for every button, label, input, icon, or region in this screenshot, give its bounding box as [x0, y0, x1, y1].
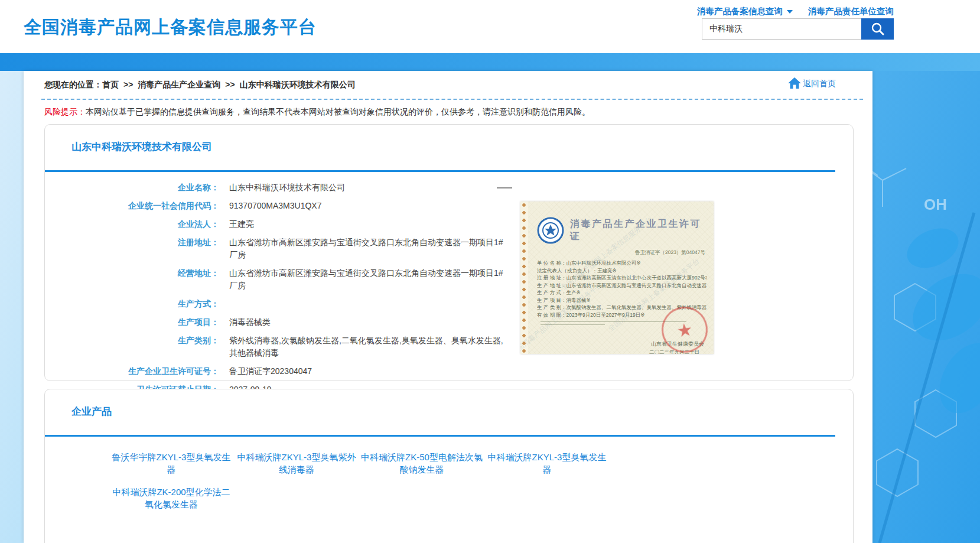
breadcrumb: 您现在的位置：首页>>消毒产品生产企业查询>>山东中科瑞沃环境技术有限公司 — [44, 80, 748, 90]
field-value: 山东中科瑞沃环境技术有限公司 — [229, 181, 504, 194]
field-value: 鲁卫消证字202304047 — [229, 365, 504, 378]
certificate-line: 生 产 方 式：生产※ — [537, 289, 706, 297]
field-row: 企业法人：王建亮 — [45, 218, 523, 230]
field-value — [229, 298, 504, 310]
field-value: 山东省潍坊市高新区潍安路与宝通街交叉路口东北角自动变速器一期项目1#厂房 — [229, 236, 504, 261]
field-label: 企业名称： — [45, 181, 219, 194]
field-label: 经营地址： — [45, 267, 219, 292]
field-row: 经营地址：山东省潍坊市高新区潍安路与宝通街交叉路口东北角自动变速器一期项目1#厂… — [45, 267, 523, 292]
company-fields: 企业名称：山东中科瑞沃环境技术有限公司 企业统一社会信用代码：91370700M… — [45, 181, 523, 402]
field-label: 生产企业卫生许可证号： — [45, 365, 219, 378]
top-blue-band — [0, 53, 980, 71]
risk-notice-label: 风险提示： — [44, 107, 86, 116]
search-button[interactable] — [861, 18, 894, 40]
certificate-license-number: 鲁卫消证字（2023）第04047号 — [537, 249, 705, 256]
certificate-line: 生 产 地 址：山东省潍坊市高新区潍安路与宝通街交叉路口东北角自动变速器一期项目… — [537, 282, 706, 290]
field-label: 生产方式： — [45, 298, 219, 310]
field-value: 91370700MA3M3U1QX7 — [229, 200, 504, 212]
dashed-divider — [41, 99, 863, 100]
field-value: 紫外线消毒器,次氯酸钠发生器,二氧化氯发生器,臭氧发生器、臭氧水发生器,其他器械… — [229, 334, 504, 359]
product-link[interactable]: 中科瑞沃牌ZK-200型化学法二氧化氯发生器 — [109, 486, 234, 511]
breadcrumb-current: 山东中科瑞沃环境技术有限公司 — [240, 80, 356, 89]
certificate-line: 生 产 项 目：消毒器械※ — [537, 297, 706, 304]
home-icon — [787, 77, 802, 89]
top-nav: 消毒产品备案信息查询 消毒产品责任单位查询 — [697, 6, 894, 17]
nav-record-info-query[interactable]: 消毒产品备案信息查询 — [697, 6, 793, 17]
search-bar — [702, 18, 894, 40]
field-row: 生产类别：紫外线消毒器,次氯酸钠发生器,二氧化氯发生器,臭氧发生器、臭氧水发生器… — [45, 334, 523, 359]
product-link[interactable]: 中科瑞沃牌ZKYL-3型臭氧发生器 — [484, 451, 610, 476]
risk-notice: 风险提示：本网站仅基于已掌握的信息提供查询服务，查询结果不代表本网站对被查询对象… — [44, 107, 849, 118]
company-title: 山东中科瑞沃环境技术有限公司 — [71, 140, 212, 154]
field-value: 山东省潍坊市高新区潍安路与宝通街交叉路口东北角自动变速器一期项目1#厂房 — [229, 267, 504, 292]
breadcrumb-home[interactable]: 首页 — [102, 80, 119, 89]
product-link[interactable]: 鲁沃华宇牌ZKYL-3型臭氧发生器 — [109, 451, 234, 476]
image-corner-mark — [497, 187, 512, 188]
risk-notice-text: 本网站仅基于已掌握的信息提供查询服务，查询结果不代表本网站对被查询对象信用状况的… — [86, 107, 590, 116]
field-row: 企业统一社会信用代码：91370700MA3M3U1QX7 — [45, 200, 523, 212]
site-title: 全国消毒产品网上备案信息服务平台 — [24, 15, 317, 40]
site-header: 全国消毒产品网上备案信息服务平台 消毒产品备案信息查询 消毒产品责任单位查询 — [0, 0, 980, 53]
content-card: 您现在的位置：首页>>消毒产品生产企业查询>>山东中科瑞沃环境技术有限公司 返回… — [24, 71, 872, 543]
nav-responsible-unit-query[interactable]: 消毒产品责任单位查询 — [808, 6, 894, 17]
certificate-emblem-icon — [537, 217, 564, 244]
field-row: 企业名称：山东中科瑞沃环境技术有限公司 — [45, 181, 523, 194]
field-label: 企业统一社会信用代码： — [45, 200, 219, 212]
field-row: 生产项目：消毒器械类 — [45, 316, 523, 329]
field-label: 企业法人： — [45, 218, 219, 230]
hygiene-license-certificate-image: 全国消毒产品网上备案信息服务平台 全国消毒产品网上备案信息服务平台 全国消毒产品… — [520, 201, 714, 354]
panel-title-rule — [45, 435, 835, 437]
company-info-panel: 山东中科瑞沃环境技术有限公司 企业名称：山东中科瑞沃环境技术有限公司 企业统一社… — [44, 124, 854, 381]
seal-star-icon: ★ — [675, 318, 694, 341]
nav-record-info-query-label: 消毒产品备案信息查询 — [697, 6, 783, 17]
panel-title-rule — [45, 170, 835, 172]
certificate-line: 法定代表人（或负责人）：王建亮※ — [537, 267, 706, 275]
certificate-title: 消毒产品生产企业卫生许可证 — [570, 218, 706, 243]
field-label: 注册地址： — [45, 236, 219, 261]
page: O OH 全国消毒产品网上备案信息服务平台 消毒产品备案信息查询 消毒产品责任单… — [0, 0, 980, 543]
nav-responsible-unit-query-label: 消毒产品责任单位查询 — [808, 6, 894, 17]
certificate-line: 单 位 名 称：山东中科瑞沃环境技术有限公司※ — [537, 259, 706, 267]
field-label: 生产项目： — [45, 316, 219, 329]
breadcrumb-separator: >> — [225, 80, 235, 89]
field-label: 生产类别： — [45, 334, 219, 359]
field-value: 王建亮 — [229, 218, 504, 230]
field-row: 生产方式： — [45, 298, 523, 310]
search-icon — [870, 21, 885, 37]
breadcrumb-enterprise-query[interactable]: 消毒产品生产企业查询 — [138, 80, 220, 89]
breadcrumb-separator: >> — [123, 80, 133, 89]
certificate-line: 注 册 地 址：山东省潍坊高新区玉清东街以北中心次干道以西高新大厦902号科苑※ — [537, 274, 706, 282]
product-link[interactable]: 中科瑞沃牌ZK-50型电解法次氯酸钠发生器 — [359, 451, 484, 476]
breadcrumb-prefix: 您现在的位置： — [44, 80, 102, 89]
products-title: 企业产品 — [71, 405, 112, 418]
product-link[interactable]: 中科瑞沃牌ZKYL-3型臭氧紫外线消毒器 — [234, 451, 359, 476]
field-value: 消毒器械类 — [229, 316, 504, 329]
products-panel: 企业产品 鲁沃华宇牌ZKYL-3型臭氧发生器 中科瑞沃牌ZKYL-3型臭氧紫外线… — [44, 389, 854, 543]
chevron-down-icon — [787, 10, 793, 14]
field-row: 注册地址：山东省潍坊市高新区潍安路与宝通街交叉路口东北角自动变速器一期项目1#厂… — [45, 236, 523, 261]
search-input[interactable] — [702, 18, 861, 40]
back-home-label: 返回首页 — [803, 79, 836, 89]
back-home-link[interactable]: 返回首页 — [787, 77, 836, 89]
product-links-grid: 鲁沃华宇牌ZKYL-3型臭氧发生器 中科瑞沃牌ZKYL-3型臭氧紫外线消毒器 中… — [109, 451, 640, 521]
field-row: 生产企业卫生许可证号：鲁卫消证字202304047 — [45, 365, 523, 378]
